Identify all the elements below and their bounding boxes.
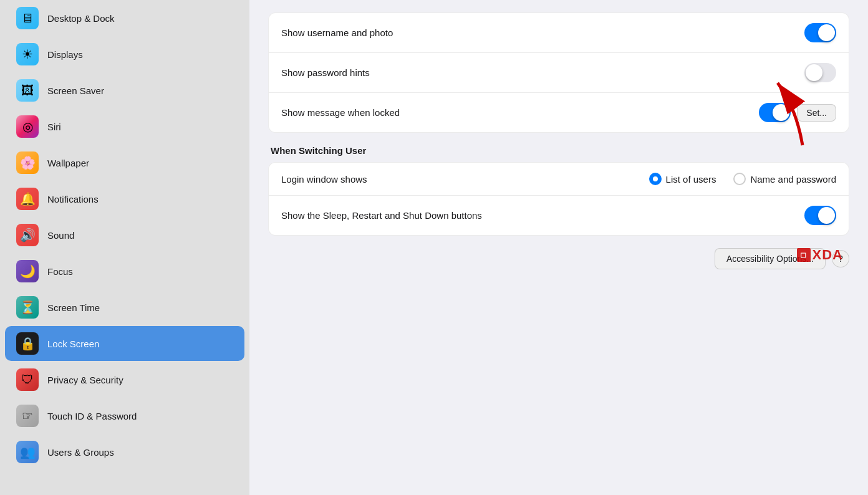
show-username-label: Show username and photo bbox=[281, 27, 393, 38]
main-wrapper: Show username and photo Show password hi… bbox=[268, 12, 849, 269]
sidebar-item-lock-screen[interactable]: 🔒Lock Screen bbox=[5, 326, 244, 361]
sidebar-item-users-groups[interactable]: 👥Users & Groups bbox=[5, 435, 244, 469]
row-sleep-buttons: Show the Sleep, Restart and Shut Down bu… bbox=[269, 196, 849, 235]
sidebar-item-desktop-dock[interactable]: 🖥Desktop & Dock bbox=[5, 1, 244, 36]
sidebar-item-siri[interactable]: ◎Siri bbox=[5, 109, 244, 144]
bottom-bar: Accessibility Options... ? bbox=[268, 248, 849, 269]
xda-watermark: ◻ XDA bbox=[797, 247, 843, 263]
screen-saver-icon: 🖼 bbox=[16, 79, 39, 102]
radio-label-name: Name and password bbox=[750, 174, 836, 185]
desktop-dock-label: Desktop & Dock bbox=[47, 13, 115, 24]
xda-text: XDA bbox=[813, 247, 843, 263]
sleep-buttons-label: Show the Sleep, Restart and Shut Down bu… bbox=[281, 210, 482, 221]
users-groups-label: Users & Groups bbox=[47, 447, 114, 458]
siri-label: Siri bbox=[47, 122, 61, 132]
sidebar: 🖥Desktop & Dock☀Displays🖼Screen Saver◎Si… bbox=[0, 0, 249, 495]
lock-screen-label: Lock Screen bbox=[47, 339, 99, 349]
show-message-label: Show message when locked bbox=[281, 107, 400, 118]
xda-box-icon: ◻ bbox=[797, 248, 811, 262]
row-login-window: Login window shows List of users Name an… bbox=[269, 163, 849, 196]
sidebar-item-notifications[interactable]: 🔔Notifications bbox=[5, 181, 244, 216]
users-groups-icon: 👥 bbox=[16, 441, 39, 463]
wallpaper-icon: 🌸 bbox=[16, 151, 39, 174]
show-message-right: Set... bbox=[759, 103, 836, 122]
show-password-hints-toggle[interactable] bbox=[804, 63, 836, 82]
privacy-security-label: Privacy & Security bbox=[47, 375, 123, 385]
sidebar-item-screen-saver[interactable]: 🖼Screen Saver bbox=[5, 73, 244, 108]
set-button[interactable]: Set... bbox=[797, 104, 836, 122]
sound-icon: 🔊 bbox=[16, 224, 39, 246]
wallpaper-label: Wallpaper bbox=[47, 158, 89, 168]
sound-label: Sound bbox=[47, 230, 74, 241]
notifications-label: Notifications bbox=[47, 194, 99, 204]
radio-row: List of users Name and password bbox=[649, 173, 836, 185]
show-message-toggle[interactable] bbox=[759, 103, 791, 122]
row-show-password-hints: Show password hints bbox=[269, 53, 849, 93]
sidebar-item-sound[interactable]: 🔊Sound bbox=[5, 218, 244, 252]
settings-card-top: Show username and photo Show password hi… bbox=[268, 12, 849, 133]
touch-id-password-label: Touch ID & Password bbox=[47, 411, 137, 421]
sidebar-item-displays[interactable]: ☀Displays bbox=[5, 37, 244, 72]
sidebar-item-privacy-security[interactable]: 🛡Privacy & Security bbox=[5, 362, 244, 397]
login-window-label: Login window shows bbox=[281, 174, 367, 185]
radio-circle-list[interactable] bbox=[649, 173, 662, 185]
radio-name-password[interactable]: Name and password bbox=[733, 173, 836, 185]
privacy-security-icon: 🛡 bbox=[16, 368, 39, 391]
show-username-toggle[interactable] bbox=[804, 23, 836, 42]
main-content: Show username and photo Show password hi… bbox=[249, 0, 868, 495]
when-switching-header: When Switching User bbox=[268, 145, 849, 156]
sidebar-item-screen-time[interactable]: ⏳Screen Time bbox=[5, 290, 244, 325]
focus-label: Focus bbox=[47, 266, 73, 277]
radio-circle-name[interactable] bbox=[733, 173, 746, 185]
settings-card-switching: Login window shows List of users Name an… bbox=[268, 162, 849, 236]
sleep-buttons-toggle[interactable] bbox=[804, 206, 836, 225]
notifications-icon: 🔔 bbox=[16, 188, 39, 210]
touch-id-password-icon: ☞ bbox=[16, 405, 39, 427]
screen-time-icon: ⏳ bbox=[16, 296, 39, 319]
show-password-hints-label: Show password hints bbox=[281, 67, 370, 78]
siri-icon: ◎ bbox=[16, 115, 39, 138]
sidebar-item-wallpaper[interactable]: 🌸Wallpaper bbox=[5, 145, 244, 180]
displays-icon: ☀ bbox=[16, 43, 39, 65]
screen-time-label: Screen Time bbox=[47, 302, 100, 313]
sidebar-item-touch-id-password[interactable]: ☞Touch ID & Password bbox=[5, 398, 244, 433]
radio-list-of-users[interactable]: List of users bbox=[649, 173, 716, 185]
displays-label: Displays bbox=[47, 49, 83, 60]
row-show-message: Show message when locked Set... bbox=[269, 93, 849, 132]
row-show-username: Show username and photo bbox=[269, 13, 849, 53]
radio-label-list: List of users bbox=[666, 174, 716, 185]
focus-icon: 🌙 bbox=[16, 260, 39, 282]
desktop-dock-icon: 🖥 bbox=[16, 7, 39, 29]
lock-screen-icon: 🔒 bbox=[16, 332, 39, 355]
sidebar-item-focus[interactable]: 🌙Focus bbox=[5, 254, 244, 289]
screen-saver-label: Screen Saver bbox=[47, 85, 104, 96]
